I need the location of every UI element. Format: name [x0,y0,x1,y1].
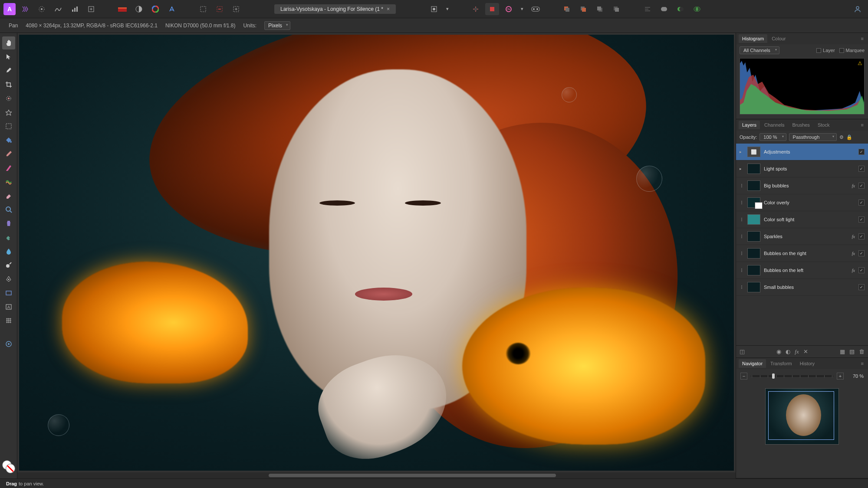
assistant-icon[interactable] [502,3,516,15]
quick-mask-icon[interactable] [427,3,441,15]
paint-mixer-brush-icon[interactable] [2,175,15,188]
flood-select-tool-icon[interactable] [2,106,15,119]
expand-icon[interactable]: ▸ [740,150,744,154]
visibility-checkbox[interactable] [858,149,865,155]
panel-menu-icon[interactable]: ≡ [859,122,865,128]
persona-export-icon[interactable] [84,3,98,15]
layer-row[interactable]: Bubbles on the leftfx [736,262,868,279]
expand-icon[interactable] [740,285,744,289]
crop-tool-icon[interactable] [2,78,15,91]
auto-icon[interactable] [165,3,179,15]
boolean-add-icon[interactable] [657,3,671,15]
marquee-checkbox[interactable]: Marquee [839,48,865,53]
opacity-field[interactable]: 100 % [760,133,786,141]
arrange-back-icon[interactable] [560,3,574,15]
expand-icon[interactable]: ▸ [740,167,744,171]
blend-mode-select[interactable]: Passthrough [789,133,837,141]
gear-icon[interactable]: ⚙ [839,134,844,140]
close-icon[interactable]: × [387,6,390,12]
lock-icon[interactable]: 🔒 [846,134,852,140]
selection-add-icon[interactable] [229,3,243,15]
channels-select[interactable]: All Channels [740,46,779,54]
visibility-checkbox[interactable] [858,233,865,239]
add-fx-icon[interactable]: fx [795,348,799,355]
add-live-filter-icon[interactable]: ✕ [803,348,808,355]
visibility-checkbox[interactable] [858,166,865,172]
panel-menu-icon[interactable]: ≡ [859,361,865,366]
layer-row[interactable]: Small bubbles [736,279,868,296]
add-mask-icon[interactable]: ◉ [776,348,781,355]
contrast-icon[interactable] [132,3,146,15]
snap-toggle-icon[interactable] [469,3,483,15]
document-canvas[interactable] [19,35,734,471]
fill-tool-icon[interactable] [2,134,15,147]
arrange-backward-icon[interactable] [576,3,590,15]
hand-tool-icon[interactable] [2,36,15,49]
color-wheel-icon[interactable] [148,3,162,15]
tab-brushes[interactable]: Brushes [789,121,813,129]
visibility-checkbox[interactable] [858,267,865,273]
tab-stock[interactable]: Stock [814,121,833,129]
layer-row[interactable]: Sparklesfx [736,228,868,245]
tab-layers[interactable]: Layers [739,121,760,129]
vr-icon[interactable] [529,3,542,15]
healing-brush-tool-icon[interactable] [2,231,15,244]
arrange-forward-icon[interactable] [593,3,607,15]
marquee-tool-icon[interactable] [2,120,15,133]
boolean-subtract-icon[interactable] [674,3,687,15]
layer-row[interactable]: Bubbles on the rightfx [736,245,868,262]
group-layers-icon[interactable]: ▦ [840,348,845,355]
expand-icon[interactable] [740,201,744,204]
panel-menu-icon[interactable]: ≡ [859,36,865,41]
units-select[interactable]: Pixels [264,21,290,30]
tab-colour[interactable]: Colour [768,34,789,43]
boolean-intersect-icon[interactable] [690,3,704,15]
tab-channels[interactable]: Channels [761,121,788,129]
visibility-checkbox[interactable] [858,284,865,290]
horizontal-scrollbar[interactable] [17,472,736,478]
visibility-checkbox[interactable] [858,183,865,189]
account-icon[interactable] [851,3,865,15]
pen-tool-icon[interactable] [2,272,15,285]
zoom-out-button[interactable]: − [740,373,747,380]
selection-new-icon[interactable] [196,3,210,15]
mask-from-selection-icon[interactable]: ◫ [740,348,745,355]
document-tab[interactable]: Larisa-Vysotskaya - Longing For Silence … [274,4,396,14]
color-picker-tool-icon[interactable] [2,64,15,77]
tab-histogram[interactable]: Histogram [739,34,767,43]
tab-history[interactable]: History [796,359,818,368]
move-tool-icon[interactable] [2,50,15,63]
dropdown-icon[interactable]: ▾ [444,3,451,15]
blur-tool-icon[interactable] [2,245,15,258]
add-adjustment-icon[interactable]: ◐ [786,348,790,355]
mesh-warp-tool-icon[interactable] [2,314,15,327]
tab-transform[interactable]: Transform [767,359,796,368]
swatches-icon[interactable] [115,3,129,15]
paint-brush-tool-icon[interactable] [2,147,15,160]
record-icon[interactable] [485,3,499,15]
visibility-checkbox[interactable] [858,250,865,256]
layer-row[interactable]: Color soft light [736,211,868,228]
rectangle-tool-icon[interactable] [2,286,15,299]
layer-checkbox[interactable]: Layer [816,48,835,53]
dodge-tool-icon[interactable] [2,259,15,272]
delete-layer-icon[interactable]: 🗑 [859,348,865,355]
expand-icon[interactable] [740,184,744,187]
expand-icon[interactable] [740,235,744,238]
color-swatches[interactable] [2,460,15,473]
visibility-checkbox[interactable] [858,200,865,206]
app-logo[interactable]: A [3,3,16,15]
persona-develop-icon[interactable] [51,3,65,15]
layer-row[interactable]: ▸⬜Adjustments [736,144,868,160]
dropdown-icon[interactable]: ▾ [518,3,526,15]
visibility-checkbox[interactable] [858,216,865,223]
clone-tool-icon[interactable] [2,217,15,230]
align-icon[interactable] [641,3,654,15]
expand-icon[interactable] [740,218,744,221]
layer-row[interactable]: ▸Light spots [736,160,868,177]
layer-row[interactable]: Big bubblesfx [736,177,868,194]
tab-navigator[interactable]: Navigator [739,359,766,368]
layer-row[interactable]: Color overly [736,194,868,211]
zoom-slider[interactable] [751,375,833,377]
zoom-tool-icon[interactable] [2,203,15,216]
